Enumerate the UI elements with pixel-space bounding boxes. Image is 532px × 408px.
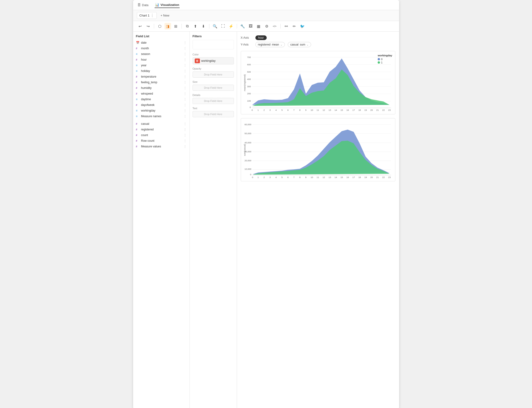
field-registered-menu[interactable]: ⋮ — [183, 128, 187, 131]
text-drop[interactable]: Drop Field Here — [192, 111, 234, 117]
field-holiday-menu[interactable]: ⋮ — [183, 69, 187, 73]
chart-tab-1[interactable]: Chart 1 ⋮ — [137, 12, 157, 19]
chart-area: X-Axis hour Y-Axis registered mean ⌄ cas… — [237, 32, 399, 408]
link-button[interactable]: ⚯ — [283, 23, 290, 29]
table-button[interactable]: ▦ — [255, 23, 262, 29]
field-month-name: month — [141, 47, 182, 50]
field-measure-names[interactable]: ≡ Measure names ⋮ — [133, 113, 190, 119]
field-row-count-menu[interactable]: ⋮ — [183, 139, 187, 143]
y-axis-field-1-name: casual — [290, 43, 299, 46]
c2-x-7: 7 — [293, 176, 294, 178]
field-measure-values[interactable]: # Measure values ⋮ — [133, 144, 190, 149]
bird-button[interactable]: 🐦 — [299, 23, 306, 29]
color-field[interactable]: 🗑 workingday — [192, 57, 234, 64]
field-registered[interactable]: # registered ⋮ — [133, 127, 190, 132]
field-daytime[interactable]: ≡ daytime ⋮ — [133, 96, 190, 102]
field-workingday-menu[interactable]: ⋮ — [183, 109, 187, 112]
field-season[interactable]: ≡ season ⋮ — [133, 51, 190, 57]
color-field-name: workingday — [201, 59, 216, 62]
field-date-menu[interactable]: ⋮ — [183, 41, 187, 45]
field-year[interactable]: ≡ year ⋮ — [133, 62, 190, 68]
field-workingday[interactable]: ≡ workingday ⋮ — [133, 108, 190, 113]
field-temperature-icon: # — [136, 75, 140, 78]
field-hour-menu[interactable]: ⋮ — [183, 58, 187, 61]
field-temperature[interactable]: # temperature ⋮ — [133, 74, 190, 79]
field-daytime-menu[interactable]: ⋮ — [183, 97, 187, 101]
c2-x-16: 16 — [346, 176, 349, 178]
field-casual[interactable]: # casual ⋮ — [133, 121, 190, 127]
field-temperature-menu[interactable]: ⋮ — [183, 75, 187, 78]
c2-x-5: 5 — [281, 176, 282, 178]
legend-title: workingday — [378, 54, 392, 57]
x-axis-value[interactable]: hour — [255, 35, 267, 40]
field-measure-names-menu[interactable]: ⋮ — [183, 114, 187, 118]
field-count-icon: # — [136, 134, 140, 136]
x-tick-13: 13 — [328, 109, 331, 111]
c2-x-15: 15 — [340, 176, 343, 178]
undo-button[interactable]: ↩ — [137, 23, 143, 29]
x-tick-4: 4 — [275, 109, 276, 111]
x-tick-18: 18 — [358, 109, 361, 111]
y-axis-field-1[interactable]: casual sum ⌄ — [288, 42, 311, 47]
new-chart-button[interactable]: + New — [159, 13, 171, 18]
sort-asc-button[interactable]: ⬆ — [192, 23, 199, 29]
x-tick-2: 2 — [263, 109, 265, 111]
toolbar-divider-3 — [209, 24, 209, 29]
field-humidity[interactable]: # humidity ⋮ — [133, 85, 190, 91]
field-feeling-temp-menu[interactable]: ⋮ — [183, 80, 187, 84]
filters-drop-zone[interactable] — [192, 40, 234, 49]
c2-x-8: 8 — [299, 176, 300, 178]
field-date[interactable]: 📅 date ⋮ — [133, 40, 190, 45]
nav-visualization[interactable]: 📊 Visualization — [155, 2, 180, 8]
copy-button[interactable]: ⧉ — [184, 23, 191, 29]
field-hour[interactable]: # hour ⋮ — [133, 57, 190, 62]
chart-tab-menu[interactable]: ⋮ — [150, 13, 154, 18]
field-feeling-temp[interactable]: # feeling_temp ⋮ — [133, 79, 190, 85]
c2-x-17: 17 — [352, 176, 355, 178]
field-workingday-icon: ≡ — [136, 109, 140, 112]
image-button[interactable]: 🖼 — [247, 23, 254, 29]
field-row-count[interactable]: # Row count ⋮ — [133, 138, 190, 144]
size-drop[interactable]: Drop Field Here — [192, 85, 234, 91]
expand-button[interactable]: ⛶ — [220, 23, 226, 29]
field-winspeed-menu[interactable]: ⋮ — [183, 92, 187, 95]
nav-data[interactable]: 🗄 Data — [137, 2, 149, 8]
zoom-out-button[interactable]: 🔍 — [212, 23, 218, 29]
field-measure-values-menu[interactable]: ⋮ — [183, 144, 187, 148]
code-button[interactable]: </> — [271, 23, 278, 29]
nav-data-label: Data — [142, 3, 148, 7]
field-daytime-icon: ≡ — [136, 98, 140, 101]
field-holiday-icon: ≡ — [136, 69, 140, 73]
data-button[interactable]: ⬡ — [157, 23, 163, 29]
opacity-drop[interactable]: Drop Field Here — [192, 71, 234, 77]
lightning-button[interactable]: ⚡ — [228, 23, 234, 29]
toolbar-divider-2 — [182, 24, 182, 29]
field-year-menu[interactable]: ⋮ — [183, 63, 187, 67]
field-casual-menu[interactable]: ⋮ — [183, 122, 187, 126]
field-dayofweek[interactable]: # dayofweek ⋮ — [133, 102, 190, 108]
color-trash-icon[interactable]: 🗑 — [195, 59, 200, 63]
y-axis-field-0-agg: mean — [272, 43, 279, 46]
opacity-label: Opacity — [192, 67, 234, 70]
wrench-button[interactable]: 🔧 — [239, 23, 246, 29]
field-humidity-menu[interactable]: ⋮ — [183, 86, 187, 90]
field-winspeed[interactable]: # winspeed ⋮ — [133, 91, 190, 96]
layers-button[interactable]: ⊞ — [173, 23, 179, 29]
edit-button[interactable]: ✏ — [291, 23, 298, 29]
field-month[interactable]: # month ⋮ — [133, 45, 190, 51]
field-month-menu[interactable]: ⋮ — [183, 46, 187, 50]
sort-desc-button[interactable]: ⬇ — [200, 23, 207, 29]
gear-button[interactable]: ⚙ — [263, 23, 270, 29]
field-year-icon: ≡ — [136, 64, 140, 67]
field-count-menu[interactable]: ⋮ — [183, 133, 187, 137]
y-axis-field-0[interactable]: registered mean ⌄ — [255, 42, 285, 47]
field-holiday[interactable]: ≡ holiday ⋮ — [133, 68, 190, 74]
details-section: Details Drop Field Here — [192, 94, 234, 104]
y-tick-100: 100 — [247, 100, 251, 102]
field-dayofweek-menu[interactable]: ⋮ — [183, 103, 187, 107]
redo-button[interactable]: ↪ — [145, 23, 151, 29]
details-drop[interactable]: Drop Field Here — [192, 98, 234, 104]
shape-button[interactable]: ◨ — [165, 23, 171, 29]
field-season-menu[interactable]: ⋮ — [183, 52, 187, 56]
field-count[interactable]: # count ⋮ — [133, 132, 190, 138]
